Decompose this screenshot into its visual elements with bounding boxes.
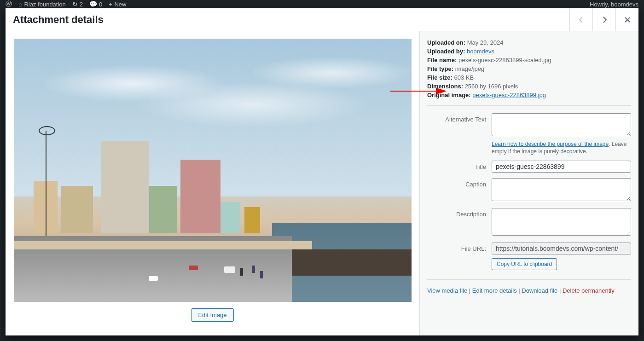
alt-text-label: Alternative Text bbox=[427, 113, 492, 123]
caption-input[interactable] bbox=[492, 178, 631, 201]
file-name: pexels-guesc-22863899-scaled.jpg bbox=[458, 57, 551, 64]
title-label: Title bbox=[427, 161, 492, 170]
dimensions: 2560 by 1696 pixels bbox=[465, 83, 518, 90]
modal-title: Attachment details bbox=[13, 14, 104, 26]
alt-text-input[interactable] bbox=[492, 113, 631, 136]
close-button[interactable] bbox=[615, 8, 638, 31]
alt-help-text: Learn how to describe the purpose of the… bbox=[492, 140, 631, 155]
details-pane: Uploaded on: May 29, 2024 Uploaded by: b… bbox=[420, 31, 638, 335]
home-icon: ⌂ bbox=[18, 0, 22, 8]
description-input[interactable] bbox=[492, 208, 631, 236]
download-link[interactable]: Download file bbox=[522, 287, 557, 294]
uploaded-on: May 29, 2024 bbox=[467, 39, 504, 46]
chevron-right-icon bbox=[601, 16, 608, 23]
uploaded-by-link[interactable]: boomdevs bbox=[467, 48, 494, 55]
edit-more-link[interactable]: Edit more details bbox=[472, 287, 517, 294]
plus-icon: + bbox=[109, 0, 112, 8]
chevron-left-icon bbox=[578, 16, 585, 23]
title-input[interactable] bbox=[492, 161, 631, 173]
attachment-meta: Uploaded on: May 29, 2024 Uploaded by: b… bbox=[427, 39, 631, 106]
fileurl-label: File URL: bbox=[427, 243, 492, 252]
edit-image-button[interactable]: Edit Image bbox=[191, 308, 233, 322]
admin-bar-new[interactable]: + New bbox=[109, 0, 126, 8]
next-button[interactable] bbox=[592, 8, 615, 31]
attachment-image bbox=[14, 39, 412, 302]
description-label: Description bbox=[427, 208, 492, 218]
comment-icon: 💬 bbox=[89, 0, 97, 8]
admin-bar-updates[interactable]: ↻ 2 bbox=[72, 0, 83, 8]
admin-bar-wp[interactable]: ⓦ bbox=[6, 0, 12, 8]
copy-url-button[interactable]: Copy URL to clipboard bbox=[492, 258, 557, 270]
admin-bar-comments[interactable]: 💬 0 bbox=[89, 0, 102, 8]
fileurl-input[interactable] bbox=[492, 243, 631, 254]
alt-help-link[interactable]: Learn how to describe the purpose of the… bbox=[492, 141, 609, 147]
refresh-icon: ↻ bbox=[72, 0, 78, 8]
prev-button[interactable] bbox=[569, 8, 592, 31]
attachment-actions: View media file | Edit more details | Do… bbox=[427, 279, 631, 294]
attachment-details-modal: Attachment details bbox=[6, 8, 638, 335]
modal-header: Attachment details bbox=[6, 8, 638, 31]
admin-bar-site[interactable]: ⌂ Riaz foundation bbox=[18, 0, 66, 8]
admin-bar: ⓦ ⌂ Riaz foundation ↻ 2 💬 0 + New Howdy,… bbox=[0, 0, 644, 8]
caption-label: Caption bbox=[427, 178, 492, 188]
view-media-link[interactable]: View media file bbox=[427, 287, 467, 294]
admin-bar-howdy[interactable]: Howdy, boomdevs bbox=[590, 1, 638, 8]
file-size: 603 KB bbox=[454, 74, 474, 81]
file-type: image/jpeg bbox=[455, 65, 485, 72]
original-image-link[interactable]: pexels-guesc-22863899.jpg bbox=[472, 92, 546, 98]
close-icon bbox=[624, 16, 631, 23]
preview-pane: Edit Image bbox=[6, 31, 420, 335]
delete-link[interactable]: Delete permanently bbox=[563, 287, 615, 294]
